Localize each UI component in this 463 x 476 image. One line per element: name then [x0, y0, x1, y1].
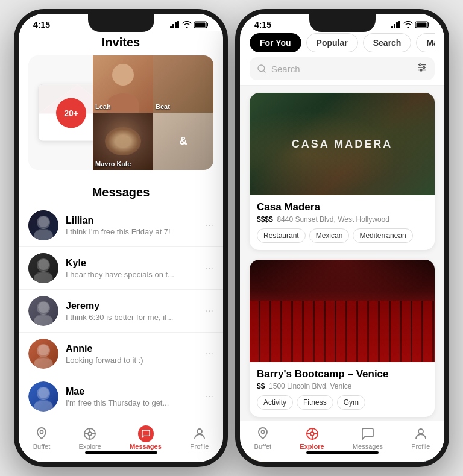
nav-messages-left[interactable]: Messages — [130, 426, 162, 450]
nav-profile-left[interactable]: Profile — [190, 426, 209, 450]
photo-label-mavro: Mavro Kafe — [95, 160, 131, 168]
invite-photo-1: Leah — [93, 55, 153, 113]
msg-preview-lillian: I think I'm free this Friday at 7! — [66, 227, 186, 236]
message-item-annie[interactable]: Annie Looking forward to it :) ··· — [19, 333, 223, 375]
svg-point-14 — [197, 429, 202, 434]
explore-scroll[interactable]: Casa Madera $$$$ 8440 Sunset Blvd, West … — [240, 86, 444, 462]
svg-rect-6 — [195, 23, 206, 27]
tab-for-you[interactable]: For You — [250, 33, 301, 52]
search-placeholder: Search — [271, 64, 412, 74]
svg-point-29 — [420, 69, 422, 71]
bottom-nav-right: Buffet Explore — [240, 421, 444, 462]
avatar-jeremy — [28, 296, 58, 326]
badge-20: 20+ — [56, 98, 86, 128]
message-content-kyle: Kyle I hear they have specials on t... — [66, 258, 198, 279]
tag-activity[interactable]: Activity — [257, 395, 293, 410]
signal-icon-left — [170, 21, 180, 28]
invite-photos: Leah Beat Mavro Kafe — [93, 55, 213, 170]
message-item-lillian[interactable]: Lillian I think I'm free this Friday at … — [19, 204, 223, 247]
svg-point-37 — [418, 429, 423, 434]
filter-icon[interactable] — [417, 62, 427, 75]
buffet-icon-left — [34, 426, 49, 442]
svg-point-28 — [423, 67, 425, 69]
status-icons-left — [170, 21, 209, 28]
bottom-nav-left: Buffet Explore — [19, 421, 223, 462]
message-content-annie: Annie Looking forward to it :) — [66, 343, 198, 365]
venue-tags-barrys: Activity Fitness Gym — [257, 395, 427, 410]
messages-title: Messages — [19, 177, 223, 204]
buffet-icon-right — [255, 426, 271, 442]
msg-preview-mae: I'm free this Thursday to get... — [66, 398, 186, 407]
invite-photo-4: & — [153, 113, 213, 170]
invite-photo-2: Beat — [153, 55, 213, 113]
venue-image-barrys — [250, 260, 435, 362]
svg-point-32 — [310, 432, 314, 436]
messages-icon-right — [360, 426, 376, 442]
venue-info-casa-madera: Casa Madera $$$$ 8440 Sunset Blvd, West … — [250, 195, 435, 250]
venue-address-barrys: 1500 Lincoln Blvd, Venice — [267, 382, 352, 390]
photo-label-beat: Beat — [156, 103, 170, 110]
message-item-mae[interactable]: Mae I'm free this Thursday to get... ··· — [19, 375, 223, 418]
nav-label-buffet-left: Buffet — [33, 443, 51, 450]
phone-left-inner: 4:15 — [19, 14, 223, 462]
msg-name-lillian: Lillian — [66, 215, 198, 226]
tag-mexican[interactable]: Mexican — [309, 228, 350, 243]
photo-label-leah: Leah — [95, 103, 111, 110]
svg-line-23 — [263, 70, 265, 72]
venue-tags-casa-madera: Restaurant Mexican Mediterranean — [257, 228, 427, 243]
avatar-lillian — [28, 210, 58, 240]
phone-right-inner: 4:15 — [240, 14, 444, 462]
tag-gym[interactable]: Gym — [337, 395, 365, 410]
venue-card-barrys[interactable]: Barry's Bootcamp – Venice $$ 1500 Lincol… — [250, 260, 435, 417]
battery-icon-left — [194, 21, 209, 28]
invites-card[interactable]: 20+ Leah — [28, 55, 213, 170]
tab-popular[interactable]: Popular — [306, 33, 358, 52]
svg-point-27 — [420, 64, 421, 66]
avatar-kyle — [28, 253, 58, 283]
tab-map[interactable]: Map — [416, 33, 435, 52]
venue-info-barrys: Barry's Bootcamp – Venice $$ 1500 Lincol… — [250, 362, 435, 417]
tag-fitness[interactable]: Fitness — [297, 395, 333, 410]
nav-explore-left[interactable]: Explore — [79, 426, 101, 450]
nav-buffet-right[interactable]: Buffet — [254, 426, 272, 450]
nav-messages-right[interactable]: Messages — [353, 426, 383, 450]
nav-label-profile-right: Profile — [411, 443, 430, 450]
msg-preview-kyle: I hear they have specials on t... — [66, 270, 186, 279]
signal-icon-right — [391, 21, 401, 28]
avatar-annie — [28, 339, 58, 369]
explore-icon-right — [304, 426, 320, 442]
svg-point-30 — [261, 431, 264, 434]
message-content-jeremy: Jeremy I think 6:30 is better for me, if… — [66, 301, 198, 322]
svg-rect-16 — [394, 24, 395, 28]
casa-madera-photo — [250, 93, 435, 195]
nav-label-buffet-right: Buffet — [254, 443, 272, 450]
phone-left: 4:15 — [14, 9, 228, 467]
invites-section: Invites 20+ — [19, 31, 223, 177]
venue-card-casa-madera[interactable]: Casa Madera $$$$ 8440 Sunset Blvd, West … — [250, 93, 435, 250]
messages-icon-circle — [138, 425, 154, 442]
msg-more-mae: ··· — [206, 391, 213, 402]
invite-photo-3: Mavro Kafe — [93, 113, 153, 170]
nav-label-explore-left: Explore — [79, 443, 101, 450]
profile-icon-left — [192, 426, 207, 442]
phone-right: 4:15 — [235, 9, 449, 467]
msg-name-mae: Mae — [66, 386, 198, 397]
tag-restaurant[interactable]: Restaurant — [257, 228, 306, 243]
svg-rect-20 — [428, 23, 429, 27]
tag-mediterranean[interactable]: Mediterranean — [353, 228, 412, 243]
tab-search[interactable]: Search — [363, 33, 412, 52]
message-item-kyle[interactable]: Kyle I hear they have specials on t... ·… — [19, 247, 223, 290]
home-indicator-right — [306, 451, 379, 454]
home-indicator-left — [85, 451, 157, 454]
nav-explore-right[interactable]: Explore — [300, 426, 324, 450]
svg-rect-1 — [172, 24, 174, 28]
nav-buffet-left[interactable]: Buffet — [33, 426, 51, 450]
status-time-right: 4:15 — [254, 20, 271, 30]
nav-profile-right[interactable]: Profile — [411, 426, 430, 450]
svg-rect-21 — [417, 23, 427, 27]
explore-header: For You Popular Search Map Search — [240, 31, 444, 86]
msg-preview-annie: Looking forward to it :) — [66, 355, 186, 365]
message-item-jeremy[interactable]: Jeremy I think 6:30 is better for me, if… — [19, 290, 223, 333]
search-bar[interactable]: Search — [250, 57, 435, 80]
messages-icon-left — [138, 426, 154, 442]
